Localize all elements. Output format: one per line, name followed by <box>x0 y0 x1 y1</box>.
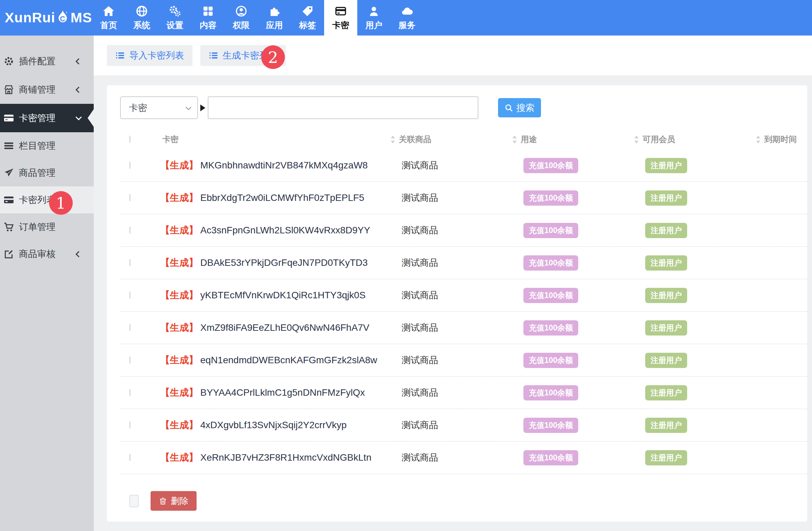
edit-icon <box>3 249 15 260</box>
sidebar-item-order-manage[interactable]: 订单管理 <box>0 213 94 240</box>
home-icon <box>102 5 115 17</box>
topnav-item-cards[interactable]: 卡密 <box>324 0 357 35</box>
topnav-items: 首页 系统 设置 内容 <box>92 0 424 35</box>
sort-icon[interactable] <box>390 135 395 144</box>
search-field-select[interactable]: 卡密 <box>120 97 198 119</box>
sidebar: 插件配置 商铺管理 卡密管理 栏目管理 <box>0 35 94 531</box>
credit-card-icon <box>335 5 347 17</box>
delete-button[interactable]: 删除 <box>150 491 197 511</box>
cloud-icon <box>401 5 413 17</box>
row-checkbox[interactable] <box>129 162 131 169</box>
topnav-item-apps[interactable]: 应用 <box>258 0 291 35</box>
sidebar-item-product-manage[interactable]: 商品管理 <box>0 159 94 186</box>
row-checkbox[interactable] <box>129 194 131 201</box>
main-content: 导入卡密列表 生成卡密列表 卡密 <box>94 35 812 531</box>
topnav-item-label: 首页 <box>100 20 117 31</box>
card-code: 4xDXgvbLf13SvNjxSqij2Y2crrVkyp <box>200 420 347 430</box>
search-icon <box>505 103 513 112</box>
table-row: 【生成】 eqN1endmdDWEBcnKAFGmGFzk2slA8w 测试商品… <box>120 344 807 377</box>
trash-icon <box>159 497 167 505</box>
footer-checkbox[interactable] <box>129 495 139 507</box>
store-icon <box>3 84 15 95</box>
column-header-member[interactable]: 可用会员 <box>642 134 675 145</box>
usage-badge: 充值100余额 <box>523 353 578 368</box>
grid-icon <box>202 5 214 17</box>
row-checkbox[interactable] <box>129 454 131 461</box>
topnav-item-label: 系统 <box>133 20 150 31</box>
card-code: XmZ9f8iFA9EeZLhE0Qv6NwN46FhA7V <box>200 322 369 333</box>
sort-icon[interactable] <box>512 135 517 144</box>
search-input[interactable] <box>208 97 478 119</box>
table-body: 【生成】 MKGnbhnawdtiNr2VB847kMXq4gzaW8 测试商品… <box>120 149 807 474</box>
row-checkbox[interactable] <box>129 226 131 234</box>
topnav-item-users[interactable]: 用户 <box>357 0 390 35</box>
row-checkbox[interactable] <box>129 292 131 299</box>
list-icon <box>209 51 218 60</box>
row-checkbox[interactable] <box>129 356 131 364</box>
card-code: DBAkE53rYPkjDGrFqeJN7PD0TKyTD3 <box>200 257 368 268</box>
import-card-list-button[interactable]: 导入卡密列表 <box>107 45 192 66</box>
related-product: 测试商品 <box>402 257 438 269</box>
sidebar-item-label: 栏目管理 <box>19 140 56 152</box>
column-header-expire[interactable]: 到期时间 <box>764 134 797 145</box>
globe-icon <box>136 5 148 17</box>
column-header-usage[interactable]: 用途 <box>521 134 537 145</box>
generated-tag: 【生成】 <box>160 191 198 204</box>
sidebar-item-column-manage[interactable]: 栏目管理 <box>0 132 94 159</box>
usage-badge: 充值100余额 <box>523 255 578 270</box>
related-product: 测试商品 <box>402 159 438 172</box>
member-badge: 注册用户 <box>645 320 687 336</box>
credit-card-icon <box>3 194 15 205</box>
sidebar-item-plugin-config[interactable]: 插件配置 <box>0 47 94 75</box>
card-code: EbbrXdgTr2w0iLCMWfYhF0zTpEPLF5 <box>200 192 364 203</box>
search-bar: 卡密 搜索 <box>120 97 807 119</box>
row-checkbox[interactable] <box>129 259 131 266</box>
member-badge: 注册用户 <box>645 418 687 433</box>
topnav-item-system[interactable]: 系统 <box>125 0 158 35</box>
usage-badge: 充值100余额 <box>523 158 578 173</box>
card-code: MKGnbhnawdtiNr2VB847kMXq4gzaW8 <box>200 160 368 171</box>
brand-logo[interactable]: XunRui C MS <box>0 0 92 35</box>
table-row: 【生成】 MKGnbhnawdtiNr2VB847kMXq4gzaW8 测试商品… <box>120 149 807 182</box>
select-all-checkbox[interactable] <box>129 136 131 143</box>
sidebar-item-card-list[interactable]: 卡密列表 <box>0 186 94 213</box>
list-icon <box>3 141 15 151</box>
usage-badge: 充值100余额 <box>523 418 578 433</box>
topnav-item-home[interactable]: 首页 <box>92 0 125 35</box>
delete-button-label: 删除 <box>171 495 188 507</box>
table-row: 【生成】 BYYAA4CPrlLklmC1g5nDNnFMzFylQx 测试商品… <box>120 377 807 409</box>
sidebar-item-shop-manage[interactable]: 商铺管理 <box>0 75 94 104</box>
card-code: yKBTEcMfVnKrwDK1QiRc1HTY3qjk0S <box>200 290 366 301</box>
row-checkbox[interactable] <box>129 389 131 396</box>
table-header: 卡密 关联商品 用途 可用会员 到期时间 <box>120 129 807 149</box>
related-product: 测试商品 <box>402 322 438 334</box>
related-product: 测试商品 <box>402 289 438 301</box>
generated-tag: 【生成】 <box>160 451 198 464</box>
column-header-product[interactable]: 关联商品 <box>399 134 431 145</box>
sidebar-item-label: 商品审核 <box>19 248 56 260</box>
column-header-card: 卡密 <box>162 134 179 145</box>
user-icon <box>368 5 380 17</box>
search-button[interactable]: 搜索 <box>498 98 541 117</box>
row-checkbox[interactable] <box>129 422 131 429</box>
sort-icon[interactable] <box>755 135 761 144</box>
topnav-item-tags[interactable]: 标签 <box>291 0 324 35</box>
sidebar-item-label: 商铺管理 <box>19 84 56 96</box>
sidebar-item-label: 订单管理 <box>19 221 56 233</box>
generated-tag: 【生成】 <box>160 386 198 399</box>
topnav-item-permissions[interactable]: 权限 <box>224 0 258 35</box>
sidebar-item-card-manage[interactable]: 卡密管理 <box>0 104 94 132</box>
tag-icon <box>302 5 314 17</box>
topnav-item-content[interactable]: 内容 <box>191 0 224 35</box>
usage-badge: 充值100余额 <box>523 288 578 303</box>
row-checkbox[interactable] <box>129 324 131 331</box>
top-navbar: XunRui C MS 首页 系统 设置 <box>0 0 812 35</box>
paper-plane-icon <box>3 167 15 178</box>
topnav-item-settings[interactable]: 设置 <box>158 0 191 35</box>
related-product: 测试商品 <box>402 192 438 204</box>
topnav-item-services[interactable]: 服务 <box>390 0 424 35</box>
sort-icon[interactable] <box>634 135 639 144</box>
topnav-item-label: 服务 <box>398 20 416 31</box>
table-row: 【生成】 yKBTEcMfVnKrwDK1QiRc1HTY3qjk0S 测试商品… <box>120 279 807 312</box>
sidebar-item-product-review[interactable]: 商品审核 <box>0 240 94 267</box>
